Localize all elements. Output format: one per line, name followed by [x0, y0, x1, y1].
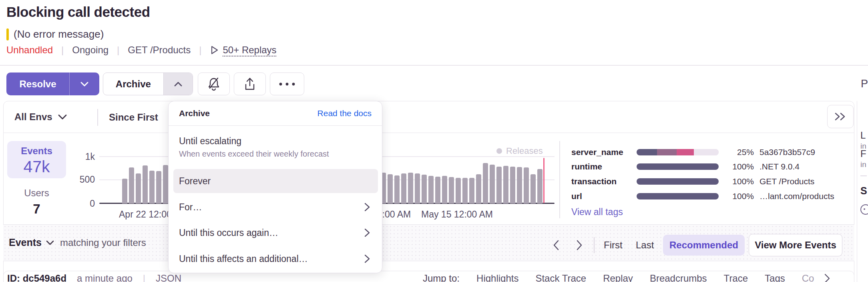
menu-item-until-occurs-again[interactable]: Until this occurs again…: [173, 222, 378, 244]
event-id: ID: dc549a6d: [7, 273, 66, 282]
separator: |: [61, 44, 64, 56]
menu-item-sublabel: When events exceed their weekly forecast: [179, 149, 378, 159]
date-range-filter[interactable]: Since First: [109, 112, 158, 123]
separator: |: [117, 44, 119, 56]
chevron-down-icon: [57, 114, 68, 120]
right-sidebar-sliver: L in F in S: [857, 101, 868, 282]
users-count-value: 7: [7, 201, 66, 217]
environment-filter-label: All Envs: [14, 111, 52, 123]
replays-link[interactable]: 50+ Replays: [223, 44, 277, 56]
view-all-tags-link[interactable]: View all tags: [571, 207, 623, 218]
chart-bar: [469, 178, 474, 203]
chart-bar: [408, 173, 413, 203]
chevron-left-icon: [552, 239, 561, 251]
jump-link-highlights[interactable]: Highlights: [476, 273, 518, 282]
share-button[interactable]: [234, 73, 266, 95]
releases-legend-dot: [496, 148, 502, 154]
tag-bar-segment: [637, 163, 719, 170]
menu-item-forever[interactable]: Forever: [173, 169, 378, 193]
chart-bar: [156, 171, 161, 203]
json-link[interactable]: JSON: [156, 273, 181, 282]
previous-page-button[interactable]: [552, 239, 561, 251]
chevron-up-icon: [173, 81, 183, 87]
menu-item-for[interactable]: For…: [173, 196, 378, 218]
tag-row-url[interactable]: url 100% …lant.com/products: [571, 190, 852, 202]
tag-row-transaction[interactable]: transaction 100% GET /Products: [571, 175, 852, 187]
cut-text-fragment: L: [860, 130, 866, 141]
error-level-indicator: [6, 28, 9, 40]
menu-item-label: Forever: [179, 176, 211, 187]
chart-bar: [388, 174, 393, 203]
archive-dropdown-toggle[interactable]: [163, 73, 193, 95]
archive-menu-header: Archive Read the docs: [169, 101, 382, 126]
filter-divider: [97, 109, 98, 126]
chart-bar: [496, 167, 502, 203]
error-message: (No error message): [14, 28, 104, 40]
last-event-link[interactable]: Last: [636, 240, 654, 251]
chart-bar: [394, 175, 400, 203]
tag-bar-segment: [637, 178, 719, 185]
chart-bar: [503, 166, 508, 203]
tag-bar-segment: [637, 193, 719, 199]
tag-bar: [637, 193, 719, 199]
status-badge: Ongoing: [72, 44, 108, 56]
unhandled-badge: Unhandled: [6, 44, 53, 56]
tag-row-runtime[interactable]: runtime 100% .NET 9.0.4: [571, 161, 852, 173]
chart-bar: [428, 176, 434, 203]
view-more-events-button[interactable]: View More Events: [749, 234, 842, 256]
graph-tags-divider: [559, 141, 560, 218]
cut-heading-fragment: S: [860, 185, 867, 197]
tag-bar: [637, 163, 719, 170]
tag-name: server_name: [571, 147, 637, 157]
tag-bar-segment: [694, 149, 719, 155]
first-event-link[interactable]: First: [604, 240, 623, 251]
tag-name: transaction: [571, 177, 637, 186]
tag-value: …lant.com/products: [760, 191, 834, 201]
play-icon: [210, 45, 219, 55]
mute-button[interactable]: [198, 73, 230, 95]
more-actions-button[interactable]: [270, 73, 304, 95]
page-title: Blocking call detected: [6, 4, 150, 20]
menu-item-until-affects-additional[interactable]: Until this affects an additional…: [173, 248, 378, 270]
jump-link-stack-trace[interactable]: Stack Trace: [535, 273, 586, 282]
divider: [860, 175, 867, 176]
tag-row-server-name[interactable]: server_name 25% 5a367b3b57c9: [571, 146, 852, 158]
menu-item-until-escalating[interactable]: Until escalating When events exceed thei…: [173, 136, 378, 165]
event-timestamp: a minute ago: [77, 273, 133, 282]
jump-link-breadcrumbs[interactable]: Breadcrumbs: [650, 273, 707, 282]
events-dropdown[interactable]: Events: [9, 237, 54, 248]
replays-group[interactable]: 50+ Replays: [210, 44, 277, 56]
jump-link-cut[interactable]: Co: [802, 273, 814, 282]
error-message-row: (No error message): [6, 28, 104, 40]
archive-button-label[interactable]: Archive: [103, 79, 163, 90]
next-page-button[interactable]: [575, 239, 584, 251]
jump-link-tags[interactable]: Tags: [765, 273, 785, 282]
recommended-toggle[interactable]: Recommended: [663, 235, 745, 256]
menu-item-label: Until this occurs again…: [179, 228, 278, 238]
jump-link-trace[interactable]: Trace: [724, 273, 748, 282]
tag-percent: 100%: [719, 162, 754, 171]
pagination-divider: [594, 237, 595, 253]
read-the-docs-link[interactable]: Read the docs: [317, 109, 372, 118]
users-count-label[interactable]: Users: [7, 187, 66, 199]
resolve-dropdown-toggle[interactable]: [69, 73, 99, 95]
x-axis-label-may15: May 15 12:00 AM: [421, 209, 493, 220]
collapse-sidebar-button[interactable]: [827, 105, 854, 128]
jump-link-replay[interactable]: Replay: [603, 273, 633, 282]
nav-scroll-right-icon[interactable]: [824, 273, 831, 282]
chart-bar: [122, 179, 127, 203]
jump-to-nav: Jump to: Highlights Stack Trace Replay B…: [423, 273, 831, 282]
events-count-label: Events: [7, 145, 66, 157]
chart-bar: [449, 177, 454, 203]
archive-dropdown-menu: Archive Read the docs Until escalating W…: [168, 101, 382, 273]
resolve-button[interactable]: Resolve: [6, 73, 99, 95]
events-count-value: 47k: [7, 157, 66, 176]
resolve-button-label[interactable]: Resolve: [6, 79, 69, 90]
environment-filter[interactable]: All Envs: [14, 111, 68, 123]
bell-muted-icon: [207, 77, 221, 91]
events-count-tab[interactable]: Events 47k: [7, 141, 66, 178]
cut-text-fragment: in: [860, 160, 866, 169]
archive-button[interactable]: Archive: [103, 73, 193, 95]
chart-legend[interactable]: Releases: [496, 146, 543, 156]
chart-bar: [422, 175, 427, 203]
